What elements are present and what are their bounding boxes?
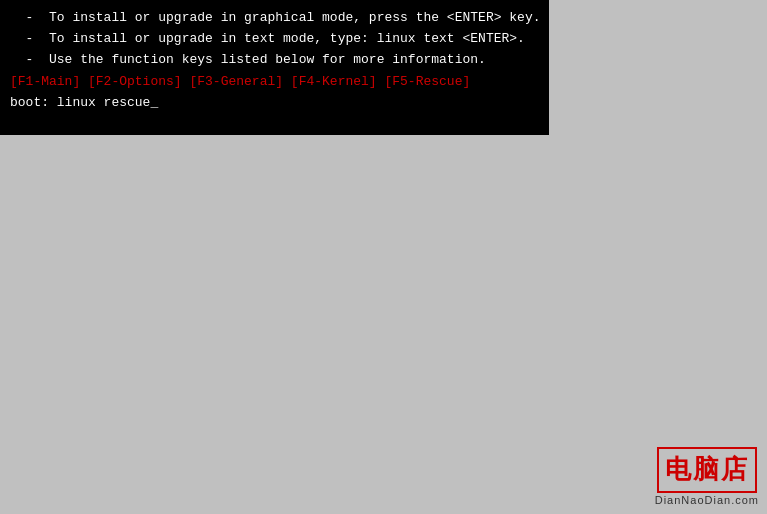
terminal-boot-prompt: boot: linux rescue_ [10, 93, 539, 114]
terminal-line-2: - To install or upgrade in text mode, ty… [10, 29, 539, 50]
watermark-pinyin-text: DianNaoDian.com [655, 494, 759, 506]
watermark-chinese-text: 电脑店 [665, 454, 749, 484]
terminal-line-1: - To install or upgrade in graphical mod… [10, 8, 539, 29]
terminal-window: - To install or upgrade in graphical mod… [0, 0, 549, 135]
terminal-function-keys: [F1-Main] [F2-Options] [F3-General] [F4-… [10, 72, 539, 93]
watermark-box: 电脑店 [657, 447, 757, 493]
terminal-line-3: - Use the function keys listed below for… [10, 50, 539, 71]
watermark-logo: 电脑店 DianNaoDian.com [655, 447, 759, 506]
watermark: 电脑店 DianNaoDian.com [655, 447, 759, 506]
